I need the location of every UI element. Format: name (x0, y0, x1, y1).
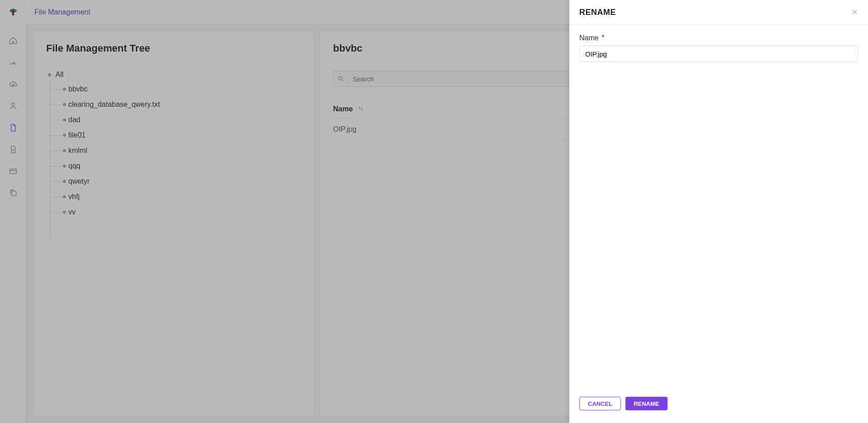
close-icon[interactable]: ✕ (851, 7, 858, 17)
rename-button[interactable]: RENAME (625, 397, 667, 410)
name-field-label: Name * (579, 34, 858, 42)
required-indicator: * (600, 34, 605, 42)
drawer-title: RENAME (579, 8, 616, 17)
rename-drawer: RENAME ✕ Name * CANCEL RENAME (569, 0, 868, 423)
cancel-button[interactable]: CANCEL (579, 397, 621, 410)
name-input[interactable] (579, 46, 858, 62)
